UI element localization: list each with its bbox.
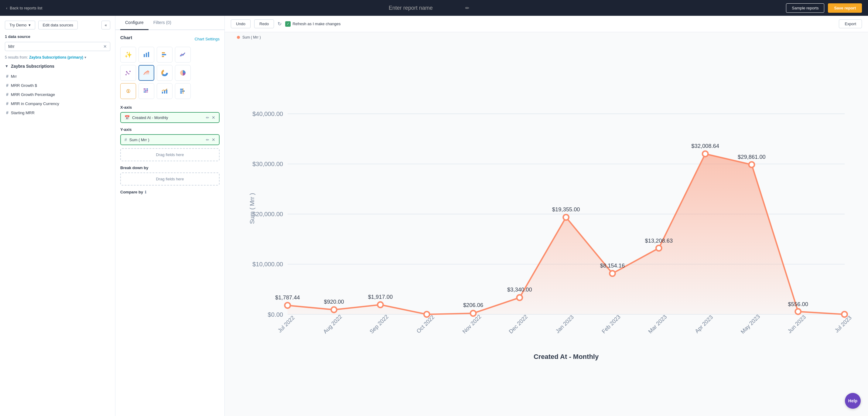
chart-type-heatmap[interactable] bbox=[138, 83, 154, 99]
svg-point-8 bbox=[128, 73, 129, 74]
svg-rect-28 bbox=[180, 91, 185, 92]
y-axis-edit-icon[interactable]: ✏ bbox=[206, 137, 209, 142]
data-point[interactable] bbox=[563, 214, 568, 220]
search-input[interactable] bbox=[8, 44, 103, 49]
data-point[interactable] bbox=[703, 151, 708, 157]
chart-type-line[interactable] bbox=[175, 47, 191, 63]
data-point[interactable] bbox=[517, 295, 522, 300]
svg-rect-3 bbox=[162, 52, 165, 54]
hash-icon: # bbox=[6, 101, 8, 106]
x-axis-field-name: Created At - Monthly bbox=[132, 116, 204, 120]
field-starting-mrr[interactable]: # Starting MRR bbox=[5, 108, 110, 117]
try-demo-button[interactable]: Try Demo ▾ bbox=[5, 21, 35, 29]
chart-type-column-combo[interactable] bbox=[157, 83, 173, 99]
data-label: $1,787.44 bbox=[275, 294, 300, 300]
source-dropdown-icon[interactable]: ▾ bbox=[85, 55, 86, 60]
x-label: Sep 2022 bbox=[368, 313, 390, 334]
chevron-down-icon: ▼ bbox=[5, 64, 8, 68]
data-point[interactable] bbox=[749, 162, 754, 167]
search-box: ✕ bbox=[5, 42, 110, 51]
chart-area: Undo Redo ↻ ✓ Refresh as I make changes … bbox=[225, 16, 868, 416]
chart-container: Sum ( Mrr ) $40,000.00 $30,000.00 $20,00… bbox=[225, 42, 868, 416]
field-mrr[interactable]: # Mrr bbox=[5, 72, 110, 81]
svg-point-10 bbox=[126, 71, 127, 72]
chart-type-pie[interactable] bbox=[175, 65, 191, 81]
data-label: $13,208.63 bbox=[645, 237, 673, 244]
data-point[interactable] bbox=[377, 302, 383, 307]
svg-rect-2 bbox=[148, 52, 149, 57]
svg-rect-22 bbox=[145, 91, 146, 93]
svg-rect-27 bbox=[180, 89, 183, 90]
x-axis-remove-icon[interactable]: ✕ bbox=[212, 115, 215, 120]
tab-configure[interactable]: Configure bbox=[120, 16, 149, 30]
field-name: MRR in Company Currency bbox=[11, 101, 59, 106]
section-title: Zaybra Subscriptions bbox=[11, 64, 54, 69]
breakdown-label: Break down by bbox=[120, 165, 220, 170]
y-axis-drag-zone[interactable]: Drag fields here bbox=[120, 148, 220, 161]
data-label: $29,861.00 bbox=[738, 154, 766, 160]
refresh-checkbox-label[interactable]: ✓ Refresh as I make changes bbox=[285, 21, 340, 27]
svg-rect-18 bbox=[144, 90, 145, 91]
chart-legend: Sum ( Mrr ) bbox=[225, 32, 868, 42]
help-button[interactable]: Help bbox=[845, 393, 861, 409]
legend-label: Sum ( Mrr ) bbox=[242, 35, 261, 39]
field-name: Starting MRR bbox=[11, 110, 35, 115]
field-mrr-growth-pct[interactable]: # MRR Growth Percentage bbox=[5, 90, 110, 99]
chart-type-bar-combo[interactable] bbox=[175, 83, 191, 99]
svg-point-9 bbox=[129, 71, 131, 72]
report-name-input[interactable] bbox=[359, 5, 462, 11]
field-mrr-company-currency[interactable]: # MRR in Company Currency bbox=[5, 99, 110, 108]
svg-point-13 bbox=[163, 71, 166, 74]
data-point[interactable] bbox=[610, 270, 615, 276]
back-to-reports[interactable]: ‹ Back to reports list bbox=[6, 6, 42, 10]
primary-source-link[interactable]: Zaybra Subscriptions (primary) bbox=[29, 55, 83, 60]
svg-rect-16 bbox=[145, 88, 146, 90]
data-point[interactable] bbox=[470, 311, 476, 316]
chart-type-horizontal-bar[interactable] bbox=[157, 47, 173, 63]
legend-dot bbox=[237, 36, 240, 39]
x-label: Jan 2023 bbox=[554, 314, 575, 334]
breakdown-drag-zone[interactable]: Drag fields here bbox=[120, 172, 220, 186]
clear-search-icon[interactable]: ✕ bbox=[103, 44, 107, 49]
redo-button[interactable]: Redo bbox=[254, 20, 274, 28]
tab-filters[interactable]: Filters (0) bbox=[149, 16, 176, 30]
pencil-icon[interactable]: ✏ bbox=[465, 5, 469, 11]
x-label: Apr 2023 bbox=[694, 314, 714, 334]
back-arrow-icon: ‹ bbox=[6, 6, 7, 10]
info-icon[interactable]: ℹ bbox=[145, 190, 146, 194]
x-axis-edit-icon[interactable]: ✏ bbox=[206, 116, 209, 120]
chart-toolbar: Undo Redo ↻ ✓ Refresh as I make changes … bbox=[225, 16, 868, 32]
data-point[interactable] bbox=[331, 307, 337, 313]
chart-type-donut[interactable] bbox=[157, 65, 173, 81]
collapse-sidebar-button[interactable]: « bbox=[101, 21, 110, 29]
chart-type-magic[interactable]: ✨ bbox=[120, 47, 136, 63]
data-point[interactable] bbox=[796, 309, 801, 314]
sample-reports-button[interactable]: Sample reports bbox=[786, 3, 824, 13]
data-point[interactable] bbox=[285, 302, 290, 308]
svg-rect-25 bbox=[164, 91, 165, 94]
chart-type-area[interactable] bbox=[138, 65, 154, 81]
edit-data-sources-button[interactable]: Edit data sources bbox=[38, 21, 78, 29]
data-point[interactable] bbox=[656, 245, 661, 251]
undo-button[interactable]: Undo bbox=[231, 20, 251, 28]
y-axis-remove-icon[interactable]: ✕ bbox=[212, 137, 215, 142]
y-axis-title: Sum ( Mrr ) bbox=[249, 193, 255, 224]
field-mrr-growth[interactable]: # MRR Growth $ bbox=[5, 81, 110, 90]
compare-label: Compare by ℹ bbox=[120, 190, 220, 194]
chart-type-bar[interactable] bbox=[138, 47, 154, 63]
fields-list: # Mrr # MRR Growth $ # MRR Growth Percen… bbox=[5, 72, 110, 117]
chart-type-number[interactable]: ① bbox=[120, 83, 136, 99]
section-header[interactable]: ▼ Zaybra Subscriptions bbox=[5, 64, 110, 69]
y-axis-label: Y-axis bbox=[120, 127, 220, 132]
x-label: Dec 2022 bbox=[507, 313, 529, 334]
refresh-icon[interactable]: ↻ bbox=[278, 21, 282, 27]
chart-settings-link[interactable]: Chart Settings bbox=[195, 37, 220, 41]
data-label: $3,340.00 bbox=[507, 286, 532, 293]
data-label: $8,154.16 bbox=[600, 262, 625, 269]
export-button[interactable]: Export bbox=[839, 20, 862, 28]
top-nav-actions: Sample reports Save report bbox=[786, 3, 862, 13]
save-report-button[interactable]: Save report bbox=[828, 3, 862, 13]
y-axis-field: # Sum ( Mrr ) ✏ ✕ bbox=[120, 134, 220, 145]
refresh-checkbox[interactable]: ✓ bbox=[285, 21, 291, 27]
chart-type-scatter[interactable] bbox=[120, 65, 136, 81]
